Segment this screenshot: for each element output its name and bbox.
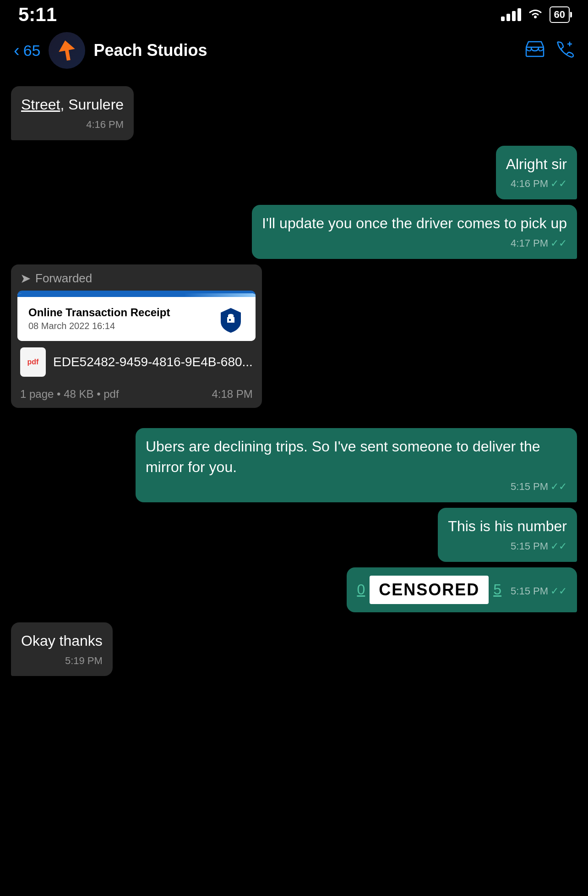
svg-point-0 — [534, 16, 537, 18]
back-chevron-icon: ‹ — [14, 41, 20, 60]
number-suffix: 5 — [493, 581, 501, 598]
back-count: 65 — [23, 42, 41, 60]
message-text-cont: , Surulere — [60, 96, 124, 113]
message-text: This is his number — [448, 518, 567, 534]
call-add-icon[interactable] — [556, 39, 574, 61]
read-ticks: ✓✓ — [550, 236, 567, 251]
signal-icon — [501, 8, 521, 21]
message-time: 5:15 PM ✓✓ — [146, 480, 567, 494]
message-2: Alright sir 4:16 PM ✓✓ — [496, 146, 577, 200]
message-text: I'll update you once the driver comes to… — [262, 215, 567, 231]
message-4-forwarded[interactable]: ➤ Forwarded Online Transaction Receipt 0… — [11, 264, 262, 408]
store-icon[interactable] — [525, 40, 545, 61]
message-time: 4:17 PM ✓✓ — [262, 236, 567, 251]
status-bar: 5:11 60 — [0, 0, 588, 27]
status-time: 5:11 — [18, 4, 57, 26]
message-text: Okay thanks — [21, 632, 103, 649]
chat-area: Street, Surulere 4:16 PM Alright sir 4:1… — [0, 77, 588, 685]
forward-icon: ➤ — [20, 271, 31, 286]
battery-indicator: 60 — [550, 6, 570, 23]
censored-text: CENSORED — [370, 576, 489, 604]
avatar[interactable] — [49, 32, 85, 69]
pdf-meta: 1 page • 48 KB • pdf — [20, 388, 119, 401]
receipt-preview[interactable]: Online Transaction Receipt 08 March 2022… — [17, 291, 256, 341]
message-time: 4:16 PM ✓✓ — [506, 177, 567, 191]
message-1: Street, Surulere 4:16 PM — [11, 86, 134, 140]
message-time: 5:15 PM ✓✓ — [511, 585, 567, 597]
message-8: Okay thanks 5:19 PM — [11, 622, 113, 676]
message-time: 5:19 PM — [21, 654, 103, 668]
message-text: Ubers are declining trips. So I've sent … — [146, 438, 540, 475]
wifi-icon — [528, 7, 543, 23]
forwarded-label: ➤ Forwarded — [11, 264, 262, 291]
pdf-icon: pdf — [20, 347, 46, 377]
message-6: This is his number 5:15 PM ✓✓ — [438, 508, 577, 562]
read-ticks: ✓✓ — [550, 177, 567, 191]
message-text: Alright sir — [506, 156, 567, 172]
read-ticks: ✓✓ — [550, 539, 567, 554]
nav-actions — [525, 39, 574, 61]
forwarded-footer: 1 page • 48 KB • pdf 4:18 PM — [11, 383, 262, 408]
forwarded-time: 4:18 PM — [212, 388, 252, 401]
nav-bar: ‹ 65 Peach Studios — [0, 27, 588, 77]
receipt-body: Online Transaction Receipt 08 March 2022… — [17, 297, 256, 341]
number-prefix: 0 — [357, 581, 365, 598]
status-icons: 60 — [501, 6, 570, 23]
message-5: Ubers are declining trips. So I've sent … — [136, 428, 577, 502]
read-ticks: ✓✓ — [550, 480, 567, 494]
pdf-row[interactable]: pdf EDE52482-9459-4816-9E4B-680... — [11, 341, 262, 383]
receipt-title: Online Transaction Receipt — [28, 306, 170, 319]
bank-logo — [217, 306, 245, 334]
read-ticks: ✓✓ — [550, 585, 567, 597]
receipt-date: 08 March 2022 16:14 — [28, 321, 170, 331]
pdf-filename: EDE52482-9459-4816-9E4B-680... — [53, 355, 253, 369]
svg-rect-1 — [526, 47, 544, 56]
back-button[interactable]: ‹ 65 — [14, 41, 40, 60]
message-text: Street — [21, 96, 60, 113]
contact-name: Peach Studios — [93, 41, 517, 60]
message-3: I'll update you once the driver comes to… — [252, 205, 577, 259]
message-time: 5:15 PM ✓✓ — [448, 539, 567, 554]
message-time: 4:16 PM — [21, 118, 124, 132]
receipt-header-bar — [17, 293, 256, 297]
message-7-censored: 0 CENSORED 5 5:15 PM ✓✓ — [347, 567, 577, 612]
forwarded-text: Forwarded — [35, 271, 92, 286]
